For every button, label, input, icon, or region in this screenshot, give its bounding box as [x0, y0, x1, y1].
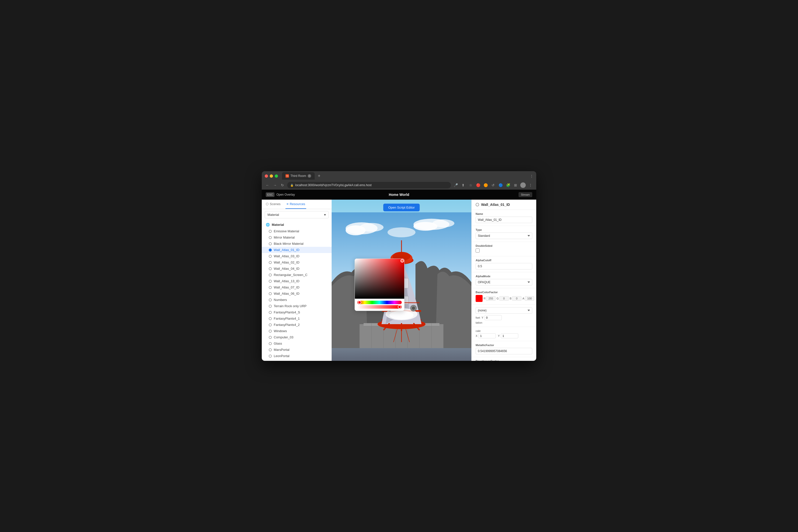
scale-x-input[interactable]: [478, 334, 496, 338]
g-value[interactable]: 0: [499, 296, 509, 301]
resource-item-wall-atlas-04[interactable]: Wall_Atlas_04_ID: [262, 266, 331, 272]
resource-item-emissive[interactable]: Emissive Material: [262, 228, 331, 234]
a-value[interactable]: 100: [525, 296, 534, 301]
color-picker-gradient[interactable]: [355, 259, 404, 299]
extension2-icon[interactable]: 🟠: [483, 183, 488, 188]
color-picker-hue-slider[interactable]: [357, 301, 402, 304]
resource-item-rectangular-screen[interactable]: Rectangular_Screen_C: [262, 272, 331, 278]
app-content: ESC Open Overlay Home World Stream ⬡ Sce…: [262, 190, 536, 361]
resource-item-dot: [269, 348, 272, 352]
color-channel-a: A 100: [522, 296, 534, 301]
type-select[interactable]: Standard: [476, 232, 532, 239]
resource-item-mars-portal[interactable]: MarsPortal: [262, 347, 331, 353]
alpha-cutoff-label: AlphaCutoff: [476, 259, 532, 262]
material-dropdown[interactable]: Material ▾: [265, 211, 329, 218]
b-label: B: [510, 297, 512, 300]
split-view-icon[interactable]: ⊞: [513, 183, 518, 188]
back-button[interactable]: ←: [265, 183, 270, 188]
type-label: Type: [476, 228, 532, 231]
resource-list: 🌐 Material Emissive MaterialMirror Mater…: [262, 220, 331, 361]
puzzle-icon[interactable]: 🧩: [505, 183, 511, 188]
resource-item-dot: [269, 261, 272, 264]
profile-avatar[interactable]: [520, 183, 526, 188]
new-tab-button[interactable]: +: [316, 172, 323, 179]
resource-item-mirror[interactable]: Mirror Material: [262, 234, 331, 241]
window-controls-icon[interactable]: ⋮: [530, 174, 533, 178]
texture-select[interactable]: (none): [476, 307, 532, 314]
browser-controls: ← → ↻ 🔒 localhost:3000/world/!vjrzmTVOcy…: [262, 180, 536, 190]
stream-button[interactable]: Stream: [518, 192, 532, 197]
resource-item-dot: [269, 280, 272, 283]
minimize-button[interactable]: [270, 174, 273, 178]
microphone-icon[interactable]: 🎤: [453, 183, 458, 188]
double-sided-checkbox[interactable]: [476, 249, 480, 252]
resource-item-label: Wall_Atlas_02_ID: [274, 261, 300, 264]
share-icon[interactable]: ⬆: [460, 183, 466, 188]
resource-item-fantasy-plants-s[interactable]: FantasyPlants4_S: [262, 309, 331, 316]
history-icon[interactable]: ↺: [490, 183, 496, 188]
resource-item-wall-atlas-02[interactable]: Wall_Atlas_02_ID: [262, 259, 331, 266]
bookmark-icon[interactable]: ☆: [468, 183, 473, 188]
resource-item-glass[interactable]: Glass: [262, 340, 331, 347]
color-picker-alpha-slider[interactable]: [357, 305, 402, 309]
offset-label: fset: [476, 316, 480, 319]
tab-close-icon[interactable]: ✕: [308, 174, 311, 178]
scale-xy-inputs: X Y: [476, 334, 532, 338]
resource-item-dot: [269, 355, 272, 358]
alpha-cutoff-input[interactable]: [476, 263, 532, 269]
resource-item-dot: [269, 286, 272, 289]
extension-icon[interactable]: 🔴: [475, 183, 481, 188]
resource-item-wall-atlas-03[interactable]: Wall_Atlas_03_ID: [262, 253, 331, 259]
center-view: Open Script Editor: [331, 200, 471, 361]
resource-item-wall-atlas-06[interactable]: Wall_Atlas_06_ID: [262, 290, 331, 297]
main-area: ⬡ Scenes ≡ Resources Material ▾ 🌐 Mater: [262, 200, 536, 361]
resource-item-label: Rectangular_Screen_C: [274, 273, 307, 277]
tab-resources[interactable]: ≡ Resources: [285, 200, 306, 209]
open-script-editor-button[interactable]: Open Script Editor: [383, 204, 420, 211]
offset-y-input[interactable]: [484, 315, 502, 320]
browser-tab[interactable]: TR Third Room ✕: [282, 172, 315, 180]
forward-button[interactable]: →: [272, 183, 278, 188]
metallic-label: MetallicFactor: [476, 344, 532, 347]
tab-scenes[interactable]: ⬡ Scenes: [265, 200, 282, 209]
resource-item-wall-atlas-07[interactable]: Wall_Atlas_07_ID: [262, 284, 331, 290]
scale-y-input[interactable]: [501, 334, 518, 338]
color-picker-cursor[interactable]: [400, 259, 404, 263]
resource-item-webxr-portal[interactable]: WebXRPortal: [262, 359, 331, 361]
resource-item-windows[interactable]: Windows: [262, 328, 331, 334]
resource-item-dot: [269, 361, 272, 361]
more-icon[interactable]: ⋮: [528, 183, 533, 188]
resource-item-dot: [269, 323, 272, 326]
esc-button[interactable]: ESC: [266, 192, 274, 197]
resource-item-black-mirror[interactable]: Black Mirror Material: [262, 241, 331, 247]
close-button[interactable]: [265, 174, 268, 178]
address-bar[interactable]: 🔒 localhost:3000/world/!vjrzmTVOcyIsLgaA…: [287, 182, 451, 188]
maximize-button[interactable]: [275, 174, 278, 178]
reload-button[interactable]: ↻: [280, 183, 285, 188]
resource-group-header: 🌐 Material: [262, 221, 331, 228]
b-value[interactable]: 0: [512, 296, 521, 301]
resource-item-label: Wall_Atlas_13_ID: [274, 279, 300, 283]
resource-item-dot: [269, 255, 272, 258]
resource-item-wall-atlas-13[interactable]: Wall_Atlas_13_ID: [262, 278, 331, 284]
name-input[interactable]: [476, 216, 532, 223]
metallic-input[interactable]: [476, 348, 532, 354]
svg-point-37: [412, 307, 415, 310]
resource-item-leon-portal[interactable]: LeonPortal: [262, 353, 331, 359]
color-swatch[interactable]: [476, 295, 482, 302]
resource-item-fantasy-plants-2[interactable]: FantasyPlants4_2: [262, 322, 331, 328]
resource-item-fantasy-plants-1[interactable]: FantasyPlants4_1: [262, 316, 331, 322]
extension3-icon[interactable]: 🔵: [498, 183, 503, 188]
resource-item-dot: [269, 230, 272, 233]
r-value[interactable]: 255: [486, 296, 496, 301]
traffic-lights: [265, 174, 278, 178]
resource-item-terrain-rock[interactable]: Terrain Rock only URP: [262, 303, 331, 309]
resource-item-numbers[interactable]: Numbers: [262, 297, 331, 303]
alpha-mode-select[interactable]: OPAQUE: [476, 279, 532, 285]
resource-item-dot: [269, 236, 272, 239]
resource-item-wall-atlas-01[interactable]: Wall_Atlas_01_ID: [262, 247, 331, 253]
resource-item-label: Mirror Material: [274, 235, 295, 239]
resource-item-computer-03[interactable]: Computer_03: [262, 334, 331, 340]
tab-bar: TR Third Room ✕ +: [282, 172, 528, 180]
dropdown-chevron-icon: ▾: [324, 213, 326, 216]
